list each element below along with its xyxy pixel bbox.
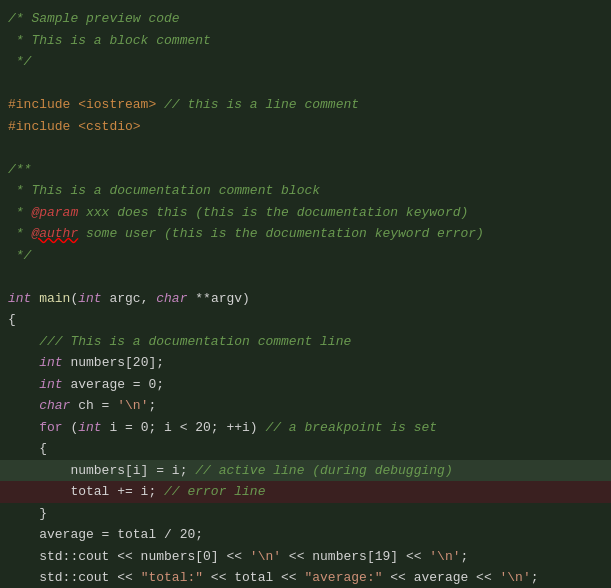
line-9: * This is a documentation comment block xyxy=(0,180,611,202)
line-24: } xyxy=(0,503,611,525)
code-text: << numbers[19] << xyxy=(281,547,429,567)
line-4 xyxy=(0,73,611,95)
code-text: '\n' xyxy=(250,547,281,567)
code-text: { xyxy=(8,310,16,330)
line-23: total += i; // error line xyxy=(0,481,611,503)
line-14: int main(int argc, char **argv) xyxy=(0,288,611,310)
code-text: char xyxy=(156,289,187,309)
code-text xyxy=(8,267,16,287)
code-text: /** xyxy=(8,160,31,180)
line-26: std::cout << numbers[0] << '\n' << numbe… xyxy=(0,546,611,568)
code-text: ; xyxy=(531,568,539,588)
line-27: std::cout << "total:" << total << "avera… xyxy=(0,567,611,588)
code-text: << total << xyxy=(203,568,304,588)
code-text: **argv) xyxy=(187,289,249,309)
code-keyword-error: @authr xyxy=(31,224,78,244)
line-7 xyxy=(0,137,611,159)
code-text: } xyxy=(8,504,47,524)
code-text: '\n' xyxy=(500,568,531,588)
code-text: char xyxy=(8,396,78,416)
line-5: #include <iostream> // this is a line co… xyxy=(0,94,611,116)
code-text: /// This is a documentation comment line xyxy=(8,332,351,352)
code-text: for xyxy=(8,418,70,438)
line-11: * @authr some user (this is the document… xyxy=(0,223,611,245)
code-text: argc, xyxy=(102,289,157,309)
code-text: * xyxy=(8,203,31,223)
code-text: int xyxy=(8,289,39,309)
code-text: '\n' xyxy=(117,396,148,416)
code-text: */ xyxy=(8,52,31,72)
line-17: int numbers[20]; xyxy=(0,352,611,374)
code-text: ( xyxy=(70,289,78,309)
code-text: average = 0; xyxy=(70,375,164,395)
code-text: * This is a block comment xyxy=(8,31,211,51)
line-22: numbers[i] = i; // active line (during d… xyxy=(0,460,611,482)
code-text: std::cout << numbers[0] << xyxy=(8,547,250,567)
code-text: numbers[20]; xyxy=(70,353,164,373)
line-8: /** xyxy=(0,159,611,181)
code-text: int xyxy=(78,289,101,309)
line-12: */ xyxy=(0,245,611,267)
code-text: numbers[i] = i; xyxy=(8,461,195,481)
code-editor: /* Sample preview code * This is a block… xyxy=(0,0,611,588)
line-10: * @param xxx does this (this is the docu… xyxy=(0,202,611,224)
code-text: xxx does this (this is the documentation… xyxy=(78,203,468,223)
code-text: main xyxy=(39,289,70,309)
line-21: { xyxy=(0,438,611,460)
code-text: int xyxy=(78,418,101,438)
code-comment: // a breakpoint is set xyxy=(265,418,437,438)
code-text: #include <cstdio> xyxy=(8,117,141,137)
line-20: for (int i = 0; i < 20; ++i) // a breakp… xyxy=(0,417,611,439)
code-text: ; xyxy=(461,547,469,567)
code-comment: // this is a line comment xyxy=(164,95,359,115)
code-text: "average:" xyxy=(304,568,382,588)
line-2: * This is a block comment xyxy=(0,30,611,52)
line-3: */ xyxy=(0,51,611,73)
code-text: '\n' xyxy=(429,547,460,567)
line-19: char ch = '\n'; xyxy=(0,395,611,417)
code-text: ( xyxy=(70,418,78,438)
code-text: { xyxy=(8,439,47,459)
line-13 xyxy=(0,266,611,288)
code-text: ; xyxy=(148,396,156,416)
code-text: int xyxy=(8,375,70,395)
code-text xyxy=(8,138,16,158)
code-text: total += i; xyxy=(8,482,164,502)
code-keyword: @param xyxy=(31,203,78,223)
code-text: average = total / 20; xyxy=(8,525,203,545)
line-16: /// This is a documentation comment line xyxy=(0,331,611,353)
code-text: ch = xyxy=(78,396,117,416)
line-15: { xyxy=(0,309,611,331)
code-text: some user (this is the documentation key… xyxy=(78,224,484,244)
code-text: * This is a documentation comment block xyxy=(8,181,320,201)
code-text: std::cout << xyxy=(8,568,141,588)
line-6: #include <cstdio> xyxy=(0,116,611,138)
code-text: #include <iostream> xyxy=(8,95,164,115)
code-comment: // active line (during debugging) xyxy=(195,461,452,481)
code-comment: // error line xyxy=(164,482,265,502)
line-25: average = total / 20; xyxy=(0,524,611,546)
line-1: /* Sample preview code xyxy=(0,8,611,30)
line-18: int average = 0; xyxy=(0,374,611,396)
code-text: */ xyxy=(8,246,31,266)
code-text: int xyxy=(8,353,70,373)
code-text: * xyxy=(8,224,31,244)
code-text: i = 0; i < 20; ++i) xyxy=(102,418,266,438)
code-text: "total:" xyxy=(141,568,203,588)
code-text: /* Sample preview code xyxy=(8,9,180,29)
code-text xyxy=(8,74,16,94)
code-text: << average << xyxy=(382,568,499,588)
